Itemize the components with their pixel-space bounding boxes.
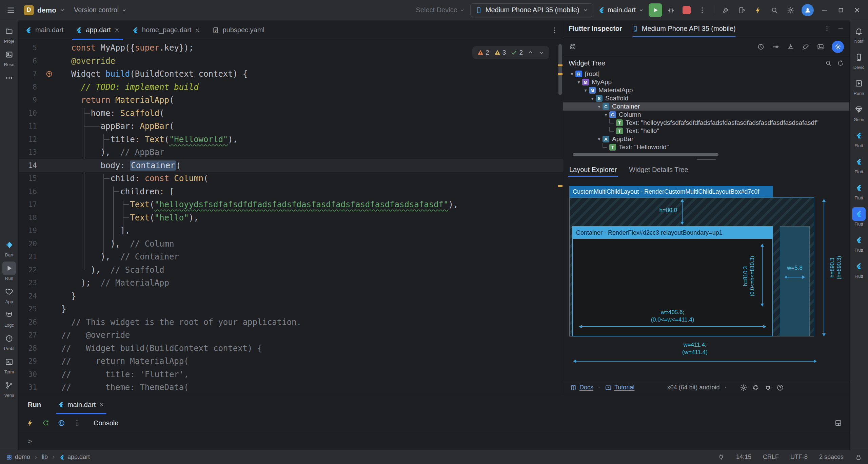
code-line[interactable]: 14 body: Container(	[19, 159, 563, 172]
tree-node-Scaffold[interactable]: ▾SScaffold	[563, 94, 849, 102]
caret-position[interactable]: 14:15	[736, 453, 751, 461]
show-guidelines-icon[interactable]	[772, 43, 780, 51]
console-label[interactable]: Console	[94, 419, 118, 427]
tutorial-link[interactable]: Tutorial	[605, 384, 634, 391]
tool-window-Flutt[interactable]: Flutt	[852, 207, 866, 227]
editor-code[interactable]: 5 const MyApp({super.key});6 @override7 …	[19, 40, 563, 395]
code-line[interactable]: 31// theme: ThemeData(	[19, 381, 563, 394]
file-encoding[interactable]: UTF-8	[790, 453, 808, 461]
hot-reload-icon[interactable]	[26, 419, 34, 427]
tool-window-Flutt[interactable]: Flutt	[852, 155, 866, 174]
chevron-down-icon[interactable]: ▾	[569, 71, 575, 77]
chevron-down-icon[interactable]: ▾	[589, 96, 596, 101]
tool-window-Versi[interactable]: Versi	[2, 379, 16, 398]
code-line[interactable]: 18 Text("hello"),	[19, 211, 563, 225]
report-bug-icon[interactable]	[764, 384, 772, 391]
layout-outer-title[interactable]: CustomMultiChildLayout - RenderCustomMul…	[569, 186, 773, 197]
code-line[interactable]: 23 ); // MaterialApp	[19, 276, 563, 290]
code-line[interactable]: 26 // This widget is the root of your ap…	[19, 316, 563, 329]
chevron-down-icon[interactable]: ▾	[596, 104, 603, 109]
tree-node-Text[interactable]: TText: "hello"	[563, 127, 849, 135]
code-line[interactable]: 30// title: 'Flutter',	[19, 368, 563, 381]
hot-restart-icon[interactable]	[42, 419, 50, 427]
code-line[interactable]: 10 home: Scaffold(	[19, 107, 563, 120]
editor-tab-app.dart[interactable]: app.dart	[70, 20, 125, 40]
hide-panel-icon[interactable]	[837, 25, 844, 32]
tree-refresh-icon[interactable]	[837, 60, 844, 66]
tree-search-icon[interactable]	[825, 60, 832, 66]
tree-node-Text[interactable]: TText: "helloyydsfsdfafsdfdfadsfadsfdasf…	[563, 119, 849, 127]
panel-options-icon[interactable]	[824, 25, 830, 32]
close-tab-icon[interactable]	[99, 402, 104, 407]
tool-window-Proje[interactable]: Proje	[2, 24, 16, 44]
code-line[interactable]: 15 child: const Column(	[19, 172, 563, 185]
tree-node-AppBar[interactable]: ▾AAppBar	[563, 135, 849, 143]
code-line[interactable]: 25}	[19, 303, 563, 316]
panel-splitter[interactable]	[563, 157, 849, 162]
maximize-button[interactable]	[833, 0, 848, 20]
more-run-actions-icon[interactable]	[695, 3, 710, 18]
code-line[interactable]: 29// return MaterialApp(	[19, 355, 563, 368]
inspector-settings-icon[interactable]	[832, 41, 844, 53]
tool-window-Probl[interactable]: Probl	[2, 332, 16, 351]
layout-settings-icon[interactable]	[834, 419, 842, 427]
warning-stripe-mark[interactable]	[558, 73, 563, 75]
tool-window-App[interactable]: App	[2, 285, 16, 304]
tree-node-MyApp[interactable]: ▾MMyApp	[563, 78, 849, 86]
indent-setting[interactable]: 2 spaces	[819, 453, 844, 461]
editor-tab-pubspec.yaml[interactable]: pubspec.yaml	[206, 20, 270, 40]
inspections-widget[interactable]: 2 3 2	[472, 46, 549, 59]
code-line[interactable]: 8 // TODO: implement build	[19, 81, 563, 94]
tree-node-root[interactable]: ▾R[root]	[563, 70, 849, 78]
tool-window-Dart[interactable]: Dart	[2, 238, 16, 257]
chevron-down-icon[interactable]: ▾	[575, 79, 582, 85]
docs-link[interactable]: Docs	[570, 384, 593, 391]
project-selector[interactable]: D demo	[20, 4, 68, 17]
code-line[interactable]: 22 ), // Scaffold	[19, 264, 563, 277]
breadcrumb-dir[interactable]: lib	[42, 453, 48, 461]
run-button[interactable]	[649, 3, 662, 17]
code-line[interactable]: 11 appBar: AppBar(	[19, 120, 563, 133]
chevron-down-icon[interactable]: ▾	[603, 112, 609, 117]
debug-button[interactable]	[664, 3, 678, 18]
tree-node-Text[interactable]: TText: "Helloworld"	[563, 143, 849, 151]
run-tab-main-dart[interactable]: main.dart	[56, 395, 106, 414]
help-icon[interactable]	[776, 384, 784, 391]
close-tab-icon[interactable]	[195, 27, 200, 33]
tool-window-Run[interactable]: Run	[2, 262, 16, 281]
show-baselines-icon[interactable]	[787, 43, 794, 51]
tool-window-more[interactable]	[2, 71, 16, 85]
device-selector[interactable]: Medium Phone API 35 (mobile)	[470, 3, 593, 17]
next-issue-icon[interactable]	[538, 50, 545, 56]
tool-window-Flutt[interactable]: Flutt	[852, 233, 866, 253]
version-control-menu[interactable]: Version control	[71, 5, 130, 15]
tab-layout-explorer[interactable]: Layout Explorer	[569, 166, 617, 177]
breadcrumb-file[interactable]: app.dart	[59, 453, 90, 461]
devtools-settings-icon[interactable]	[740, 384, 747, 391]
code-line[interactable]: 12 title: Text("Helloworld"),	[19, 133, 563, 146]
warning-stripe-mark[interactable]	[558, 64, 563, 66]
tool-window-Flutt[interactable]: Flutt	[852, 129, 866, 148]
code-line[interactable]: 7 Widget build(BuildContext context) {	[19, 67, 563, 81]
main-menu-icon[interactable]	[3, 3, 18, 18]
open-devtools-icon[interactable]	[58, 419, 65, 427]
tool-window-Notif[interactable]: Notif	[852, 24, 866, 44]
code-line[interactable]: 9 return MaterialApp(	[19, 94, 563, 107]
close-tab-icon[interactable]	[114, 27, 120, 33]
device-mirror-icon[interactable]	[734, 3, 749, 18]
tool-window-Devic[interactable]: Devic	[852, 51, 866, 70]
minimize-button[interactable]	[817, 0, 832, 20]
tool-window-Flutt[interactable]: Flutt	[852, 181, 866, 200]
instant-run-lightning-icon[interactable]	[751, 3, 766, 18]
code-line[interactable]: 27// @override	[19, 329, 563, 342]
tab-options-icon[interactable]	[546, 20, 563, 40]
line-separator[interactable]: CRLF	[763, 453, 779, 461]
select-widget-mode-icon[interactable]	[569, 43, 577, 51]
code-line[interactable]: 21 ), // Container	[19, 250, 563, 264]
tab-widget-details-tree[interactable]: Widget Details Tree	[629, 166, 688, 177]
highlight-images-icon[interactable]	[817, 43, 824, 51]
code-line[interactable]: 16 children: [	[19, 185, 563, 198]
code-line[interactable]: 20 ), // Column	[19, 237, 563, 251]
chevron-down-icon[interactable]: ▾	[582, 88, 589, 93]
power-plug-icon[interactable]	[718, 454, 725, 461]
